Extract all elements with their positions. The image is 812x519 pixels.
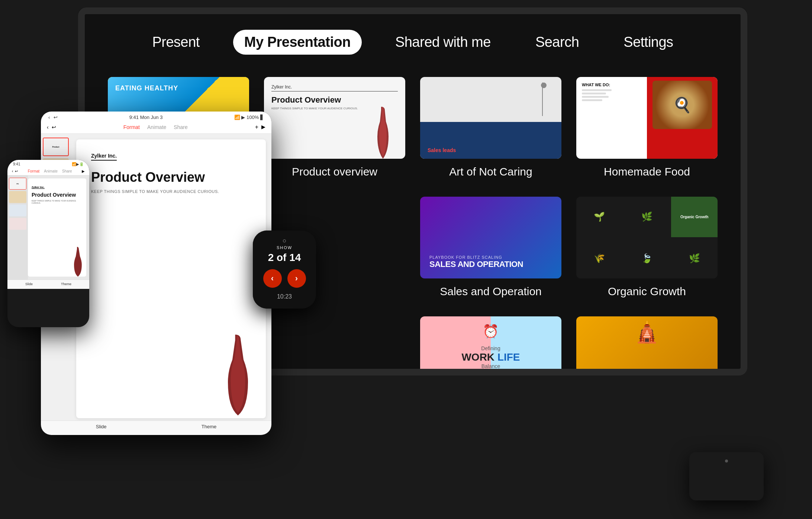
- ipad-vase-decoration: [221, 329, 255, 418]
- iphone-animate-btn[interactable]: Animate: [44, 169, 58, 173]
- iphone-play-btn[interactable]: ▶: [82, 169, 85, 173]
- iphone-thumb-4[interactable]: [9, 218, 26, 230]
- watch-controls: ‹ ›: [263, 269, 306, 288]
- iphone-main: PO Zylker Inc. Product Overview KEEP THI…: [7, 175, 89, 280]
- ipad-toolbar-right: + ▶: [255, 124, 265, 130]
- ipad-slide-tab[interactable]: Slide: [96, 424, 107, 429]
- po-vase-icon: [372, 107, 394, 159]
- ipad-play-btn[interactable]: ▶: [261, 124, 265, 130]
- ipad-share-btn[interactable]: Share: [174, 124, 187, 130]
- hf-what-we-do: WHAT WE DO:: [582, 83, 612, 87]
- ipad-status-bar: ‹ ↩ 9:41 Mon Jun 3 📶 ▶ 100% ▋: [41, 112, 271, 122]
- iphone-thumb-2[interactable]: [9, 191, 26, 203]
- iphone-vase: [71, 247, 84, 277]
- iphone-sidebar: PO: [7, 175, 28, 280]
- appletv-status-light: [725, 460, 728, 462]
- nav-bar: Present My Presentation Shared with me S…: [108, 30, 718, 55]
- thumbnail-work-life: Defining WORK LIFE Balance ⏰: [420, 316, 561, 372]
- plant-cell-1: 🌱: [576, 197, 623, 237]
- ipad-battery: 📶 ▶ 100% ▋: [234, 115, 264, 120]
- presentation-item-temple[interactable]: Explore Brihadeswara Temple Story - The …: [576, 316, 718, 372]
- po-company: Zylker Inc.: [271, 84, 398, 91]
- ipad-slide-subtitle: KEEP THINGS SIMPLE TO MAKE YOUR AUDIENCE…: [91, 189, 251, 194]
- nav-item-search[interactable]: Search: [524, 30, 590, 55]
- ipad-add-btn[interactable]: +: [255, 124, 258, 130]
- plant-cell-4: 🌾: [576, 238, 623, 279]
- hf-food-image: 🍳: [652, 81, 712, 129]
- iphone-toolbar-right: ▶: [82, 169, 85, 173]
- iphone-bottom-bar: Slide Theme: [7, 280, 89, 289]
- iphone-signal: 📶▶🔋: [72, 162, 84, 166]
- eating-healthy-label: EATING HEALTHY: [115, 84, 178, 92]
- presentation-label-product-overview: Product overview: [292, 165, 377, 178]
- presentation-item-art-of-not-caring[interactable]: Sales leads Art of Not Caring: [420, 77, 561, 178]
- ipad-animate-btn[interactable]: Animate: [147, 124, 166, 130]
- thumbnail-temple: Explore Brihadeswara Temple Story - The …: [576, 316, 718, 372]
- iphone-format-btn[interactable]: Format: [28, 169, 40, 173]
- ipad-datetime: 9:41 Mon Jun 3: [129, 115, 163, 120]
- ipad-back-btn[interactable]: ‹: [48, 115, 50, 120]
- iphone-time: 9:41: [13, 162, 20, 166]
- presentation-item-product-overview[interactable]: Zylker Inc. Product Overview KEEP THINGS…: [264, 77, 405, 178]
- watch-show-label: SHOW: [277, 245, 292, 250]
- watch-next-button[interactable]: ›: [287, 269, 306, 288]
- anc-blue-section: [420, 122, 561, 159]
- clock-icon: ⏰: [483, 324, 499, 339]
- temple-icon: 🛕: [634, 320, 660, 344]
- wl-balance: Balance: [461, 363, 520, 369]
- iphone-thumb-1[interactable]: PO: [9, 178, 26, 190]
- ipad-nav-prev[interactable]: ‹: [47, 124, 49, 130]
- iphone-company-label: Zylker Inc.: [32, 186, 45, 189]
- presentation-item-organic-growth[interactable]: 🌱 🌿 Organic Growth 🌾 🍃 🌿 Organic Growth: [576, 197, 718, 298]
- presentation-item-sales-operation[interactable]: PLAYBOOK FOR BLITZ SCALING SALES AND OPE…: [420, 197, 561, 298]
- thumbnail-organic-growth: 🌱 🌿 Organic Growth 🌾 🍃 🌿: [576, 197, 718, 278]
- iphone-back-btn[interactable]: ‹: [12, 169, 13, 173]
- iphone-share-btn[interactable]: Share: [62, 169, 72, 173]
- iphone-toolbar-left: ‹ ↩: [12, 169, 18, 173]
- iphone-theme-tab[interactable]: Theme: [61, 282, 71, 286]
- apple-tv-device: [689, 452, 764, 500]
- iphone-thumb-3[interactable]: [9, 204, 26, 216]
- plant-cell-6: 🌿: [671, 238, 718, 279]
- thumbnail-art-not-caring: Sales leads: [420, 77, 561, 159]
- nav-item-settings[interactable]: Settings: [612, 30, 684, 55]
- ipad-slide-thumb-1[interactable]: Product: [43, 138, 69, 156]
- watch-slide-count: 2 of 14: [268, 252, 301, 264]
- watch-time: 10:23: [277, 293, 292, 300]
- apple-watch-device: SHOW 2 of 14 ‹ › 10:23: [253, 231, 316, 309]
- presentation-label-homemade-food: Homemade Food: [604, 165, 690, 178]
- so-small-text: PLAYBOOK FOR BLITZ SCALING: [429, 255, 552, 260]
- iphone-toolbar-center: Format Animate Share: [28, 169, 72, 173]
- ipad-toolbar: ‹ ↩ Format Animate Share + ▶: [41, 122, 271, 134]
- watch-next-icon: ›: [295, 274, 298, 283]
- nav-item-present[interactable]: Present: [141, 30, 210, 55]
- ipad-toolbar-left: ‹ ↩: [47, 124, 56, 130]
- thumbnail-sales-operation: PLAYBOOK FOR BLITZ SCALING SALES AND OPE…: [420, 197, 561, 278]
- iphone-slide-tab[interactable]: Slide: [25, 282, 33, 286]
- iphone-slide-title: Product Overview: [32, 192, 83, 198]
- presentation-item-homemade-food[interactable]: 🍳 WHAT WE DO: Homemade Food: [576, 77, 718, 178]
- plant-cell-3: Organic Growth: [671, 197, 718, 237]
- ipad-company-label: Zylker Inc.: [91, 153, 117, 161]
- ipad-forward-btn[interactable]: ↩: [54, 115, 58, 120]
- watch-prev-icon: ‹: [271, 274, 274, 283]
- plant-cell-2: 🌿: [624, 197, 670, 237]
- iphone-slide-subtitle: KEEP THINGS SIMPLE TO MAKE YOUR AUDIENCE…: [32, 200, 83, 204]
- watch-screen: SHOW 2 of 14 ‹ › 10:23: [253, 231, 316, 309]
- nav-item-shared-with-me[interactable]: Shared with me: [384, 30, 502, 55]
- nav-item-my-presentation[interactable]: My Presentation: [233, 30, 362, 55]
- presentation-label-sales-operation: Sales and Operation: [440, 285, 542, 298]
- iphone-slide-content: Zylker Inc. Product Overview KEEP THINGS…: [28, 178, 86, 277]
- ipad-nav-next[interactable]: ↩: [52, 124, 56, 130]
- presentation-label-organic-growth: Organic Growth: [608, 285, 686, 298]
- iphone-toolbar: ‹ ↩ Format Animate Share ▶: [7, 168, 89, 175]
- ipad-status-left: ‹ ↩: [48, 115, 58, 120]
- presentation-item-work-life[interactable]: Defining WORK LIFE Balance ⏰ Work Life B…: [420, 316, 561, 372]
- presentation-label-art-not-caring: Art of Not Caring: [449, 165, 532, 178]
- wl-main: WORK LIFE: [461, 351, 520, 363]
- ipad-format-btn[interactable]: Format: [123, 124, 140, 130]
- watch-prev-button[interactable]: ‹: [263, 269, 282, 288]
- ipad-theme-tab[interactable]: Theme: [202, 424, 216, 429]
- iphone-redo-btn[interactable]: ↩: [15, 169, 18, 173]
- anc-sales-label: Sales leads: [428, 147, 456, 153]
